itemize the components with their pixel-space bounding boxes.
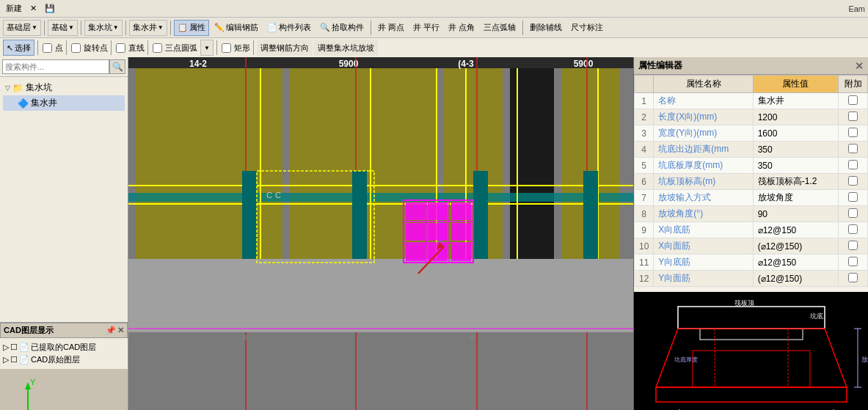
search-button[interactable]: 🔍 xyxy=(109,59,125,74)
prop-name-cell[interactable]: 放坡输入方式 xyxy=(654,190,753,206)
pin-icon[interactable]: 📌 xyxy=(106,326,116,335)
add-checkbox[interactable] xyxy=(848,128,858,137)
svg-text:14-2: 14-2 xyxy=(189,59,207,69)
prop-name-cell[interactable]: Y向底筋 xyxy=(654,255,753,271)
prop-value-cell[interactable]: 350 xyxy=(753,158,838,174)
add-checkbox[interactable] xyxy=(848,111,858,121)
tb-delete-aux-btn[interactable]: 删除辅线 xyxy=(526,20,566,36)
toolbar-row1: 基础层▼ 基础▼ 集水坑▼ 集水井▼ 📋 属性 ✏️ 编辑钢筋 📄 构件列表 🔍… xyxy=(0,18,868,38)
add-checkbox[interactable] xyxy=(848,95,858,105)
canvas-area[interactable]: 14-2 5900 (4-3 5900 xyxy=(128,57,633,410)
tb-pit-dropdown[interactable]: 集水坑▼ xyxy=(84,20,123,36)
prop-add-cell xyxy=(839,142,868,158)
tb-pick-member-btn[interactable]: 🔍 拾取构件 xyxy=(316,20,368,36)
table-row: 10 X向面筋 (⌀12@150) xyxy=(635,238,868,255)
tb-base-dropdown[interactable]: 基础▼ xyxy=(48,20,78,36)
tb-layer-dropdown[interactable]: 基础层▼ xyxy=(3,20,41,36)
tb-three-arc-btn[interactable]: 三点弧轴 xyxy=(480,20,519,36)
prop-name-cell[interactable]: 坑板顶标高(m) xyxy=(654,174,753,190)
prop-add-cell xyxy=(839,93,868,109)
collapse-icon[interactable]: ▽ xyxy=(5,84,10,92)
tb-dimension-btn[interactable]: 尺寸标注 xyxy=(567,20,607,36)
prop-value-cell[interactable]: 350 xyxy=(753,142,838,158)
tree-folder-pit[interactable]: ▽ 📁 集水坑 xyxy=(3,80,125,95)
add-checkbox[interactable] xyxy=(848,273,858,282)
prop-close-button[interactable]: ✕ xyxy=(855,60,864,72)
search-input[interactable] xyxy=(2,59,109,74)
prop-editor-header: 属性编辑器 ✕ xyxy=(634,57,868,75)
tb-point-angle-btn[interactable]: 井 点角 xyxy=(445,20,478,36)
prop-value-cell[interactable]: ⌀12@150 xyxy=(753,222,838,238)
tb-parallel-btn[interactable]: 井 平行 xyxy=(409,20,443,36)
row-num: 12 xyxy=(635,271,654,287)
tb-adjust-slope-btn[interactable]: 调整集水坑放坡 xyxy=(314,40,378,56)
table-row: 3 宽度(Y向)(mm) 1600 xyxy=(635,125,868,142)
prop-value-cell[interactable]: 筏板顶标高-1.2 xyxy=(753,174,838,190)
prop-name-cell[interactable]: 名称 xyxy=(654,93,753,109)
prop-add-cell xyxy=(839,125,868,142)
prop-value-cell[interactable]: ⌀12@150 xyxy=(753,255,838,271)
prop-name-cell[interactable]: 放坡角度(°) xyxy=(654,206,753,222)
prop-name-cell[interactable]: X向底筋 xyxy=(654,222,753,238)
add-checkbox[interactable] xyxy=(848,241,858,250)
tb-rotate-check[interactable] xyxy=(71,43,81,53)
table-row: 12 Y向面筋 (⌀12@150) xyxy=(635,271,868,287)
tb-two-point-btn[interactable]: 井 两点 xyxy=(374,20,408,36)
close-button[interactable]: ✕ xyxy=(27,1,40,16)
tb-property-btn[interactable]: 📋 属性 xyxy=(174,20,209,36)
add-checkbox[interactable] xyxy=(848,160,858,169)
prop-name-cell[interactable]: 宽度(Y向)(mm) xyxy=(654,125,753,142)
row-num: 4 xyxy=(635,142,654,158)
tb-adjust-rebar-btn[interactable]: 调整钢筋方向 xyxy=(257,40,313,56)
tb-member-list-btn[interactable]: 📄 构件列表 xyxy=(263,20,315,36)
add-checkbox[interactable] xyxy=(848,176,858,186)
prop-value-cell[interactable]: 1200 xyxy=(753,109,838,125)
prop-name-cell[interactable]: X向面筋 xyxy=(654,238,753,255)
prop-value-cell[interactable]: 90 xyxy=(753,206,838,222)
cad-layer-panel: CAD图层显示 📌 ✕ ▷ ☐ 📄 已提取的CAD图层 ▷ ☐ 📄 CAD原 xyxy=(0,322,128,410)
svg-text:Y: Y xyxy=(30,378,36,387)
prop-name-cell[interactable]: 长度(X向)(mm) xyxy=(654,109,753,125)
tb-line-check[interactable] xyxy=(116,43,125,53)
cad-tree: ▷ ☐ 📄 已提取的CAD图层 ▷ ☐ 📄 CAD原始图层 xyxy=(0,338,128,369)
prop-value-cell[interactable]: 放坡角度 xyxy=(753,190,838,206)
save-button[interactable]: 💾 xyxy=(42,1,58,16)
add-checkbox[interactable] xyxy=(848,144,858,153)
add-checkbox[interactable] xyxy=(848,192,858,202)
row-num: 3 xyxy=(635,125,654,142)
prop-value-cell[interactable]: 1600 xyxy=(753,125,838,142)
toolbar-row2: ↖ 选择 点 旋转点 直线 三点圆弧 ▼ 矩形 调整钢筋方向 调整集水坑放坡 xyxy=(0,38,868,57)
prop-name-cell[interactable]: Y向面筋 xyxy=(654,271,753,287)
cad-layer-extracted[interactable]: ▷ ☐ 📄 已提取的CAD图层 xyxy=(3,341,125,354)
tb-select-btn[interactable]: ↖ 选择 xyxy=(3,40,34,56)
col-add: 附加 xyxy=(839,76,868,93)
tb-arc-check[interactable] xyxy=(153,43,162,53)
tb-well-dropdown[interactable]: 集水井▼ xyxy=(129,20,167,36)
row-num: 5 xyxy=(635,158,654,174)
table-row: 7 放坡输入方式 放坡角度 xyxy=(635,190,868,206)
prop-value-cell[interactable]: (⌀12@150) xyxy=(753,238,838,255)
add-checkbox[interactable] xyxy=(848,224,858,234)
row-num: 7 xyxy=(635,190,654,206)
svg-rect-45 xyxy=(451,223,471,241)
tb-point-check[interactable] xyxy=(43,43,52,53)
panel-close-icon[interactable]: ✕ xyxy=(117,326,124,335)
add-checkbox[interactable] xyxy=(848,208,858,218)
table-row: 1 名称 集水井 xyxy=(635,93,868,109)
tree-area: ▽ 📁 集水坑 🔷 集水井 xyxy=(0,77,128,322)
cad-layer-original[interactable]: ▷ ☐ 📄 CAD原始图层 xyxy=(3,354,125,366)
prop-name-cell[interactable]: 坑底出边距离(mm xyxy=(654,142,753,158)
new-button[interactable]: 新建 xyxy=(3,1,25,16)
prop-value-cell[interactable]: (⌀12@150) xyxy=(753,271,838,287)
col-value: 属性值 xyxy=(753,76,838,93)
prop-name-cell[interactable]: 坑底板厚度(mm) xyxy=(654,158,753,174)
tree-item-well[interactable]: 🔷 集水井 xyxy=(3,95,125,111)
tb-rect-check[interactable] xyxy=(222,43,231,53)
svg-text:放坡高度: 放坡高度 xyxy=(861,356,868,363)
prop-value-cell[interactable]: 集水井 xyxy=(753,93,838,109)
prop-add-cell xyxy=(839,206,868,222)
row-num: 8 xyxy=(635,206,654,222)
tb-arc-dropdown[interactable]: ▼ xyxy=(200,40,214,56)
add-checkbox[interactable] xyxy=(848,257,858,266)
tb-edit-rebar-btn[interactable]: ✏️ 编辑钢筋 xyxy=(211,20,262,36)
